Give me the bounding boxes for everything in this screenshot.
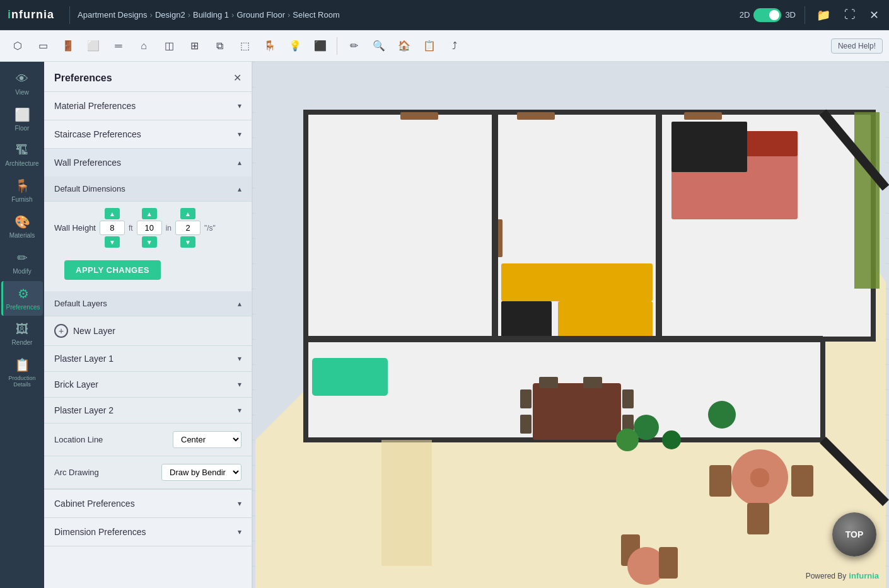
ft-unit-label: ft — [129, 224, 133, 233]
location-line-select[interactable]: Center Interior Exterior Core Center — [173, 431, 241, 448]
svg-rect-14 — [520, 389, 532, 408]
sidenav-label-view: View — [15, 89, 29, 96]
furnish-icon: 🪑 — [15, 178, 30, 193]
sidenav-item-production[interactable]: 📋 Production Details — [1, 352, 43, 393]
frac-input[interactable] — [175, 221, 200, 235]
breadcrumb-item-4[interactable]: Ground Floor — [236, 10, 285, 20]
svg-rect-27 — [791, 465, 813, 497]
section-staircase: Staircase Preferences ▾ — [44, 120, 252, 149]
default-layers-header[interactable]: Default Layers ▴ — [44, 291, 252, 316]
arc-drawing-select[interactable]: Draw by Bendir — [161, 464, 241, 481]
floorplan-svg — [252, 62, 889, 588]
tool-grid[interactable]: ⊞ — [183, 35, 206, 57]
svg-rect-11 — [501, 301, 552, 339]
tool-light[interactable]: 💡 — [284, 35, 306, 57]
help-button[interactable]: Need Help! — [831, 38, 883, 54]
new-layer-plus-icon: + — [54, 324, 68, 338]
sidenav-item-architecture[interactable]: 🏗 Architecture — [1, 138, 43, 172]
ft-down-button[interactable]: ▼ — [105, 236, 120, 248]
svg-point-30 — [662, 430, 681, 449]
in-down-button[interactable]: ▼ — [142, 236, 157, 248]
sidenav-label-materials: Materials — [9, 232, 35, 239]
breadcrumb-item-3[interactable]: Building 1 — [193, 10, 229, 20]
section-staircase-header[interactable]: Staircase Preferences ▾ — [44, 120, 252, 148]
section-cabinet-header[interactable]: Cabinet Preferences ▾ — [44, 490, 252, 517]
section-material-header[interactable]: Material Preferences ▾ — [44, 92, 252, 120]
svg-rect-18 — [539, 377, 558, 388]
layer-brick-chevron: ▾ — [238, 380, 241, 389]
tool-stair[interactable]: ═ — [107, 35, 130, 57]
default-dimensions-label: Default Dimensions — [54, 184, 125, 193]
preferences-title: Preferences — [54, 72, 112, 84]
arc-drawing-row: Arc Drawing Draw by Bendir — [44, 456, 252, 489]
tool-pencil[interactable]: ✏ — [342, 35, 365, 57]
default-dimensions-header[interactable]: Default Dimensions ▴ — [44, 176, 252, 202]
2d3d-toggle[interactable] — [753, 8, 781, 22]
apply-changes-button[interactable]: APPLY CHANGES — [64, 260, 161, 280]
layer-plaster-1[interactable]: Plaster Layer 1 ▾ — [44, 346, 252, 372]
tool-note[interactable]: 📋 — [418, 35, 441, 57]
section-dimension-label: Dimension Preferences — [54, 527, 146, 537]
tool-diagonal[interactable]: ⧉ — [208, 35, 231, 57]
sidenav-item-preferences[interactable]: ⚙ Preferences — [1, 281, 43, 316]
layer-plaster-1-chevron: ▾ — [238, 354, 241, 363]
tool-layers[interactable]: ⬚ — [233, 35, 256, 57]
section-dimension-header[interactable]: Dimension Preferences ▾ — [44, 518, 252, 546]
sidenav-label-render: Render — [12, 339, 33, 346]
in-input[interactable] — [137, 221, 162, 235]
svg-rect-7 — [517, 112, 555, 120]
breadcrumb-item-5[interactable]: Select Room — [293, 10, 339, 20]
powered-by-text: Powered By — [806, 572, 847, 580]
sidenav-item-materials[interactable]: 🎨 Materials — [1, 209, 43, 244]
topbar-divider-2 — [805, 6, 805, 24]
preferences-close-button[interactable]: ✕ — [233, 72, 241, 84]
section-wall-chevron: ▴ — [238, 158, 241, 167]
frac-up-button[interactable]: ▲ — [180, 208, 195, 219]
tool-floor[interactable]: ◫ — [158, 35, 180, 57]
sidenav-item-furnish[interactable]: 🪑 Furnish — [1, 173, 43, 208]
tool-chair[interactable]: 🪑 — [259, 35, 281, 57]
top-view-button[interactable]: TOP — [832, 512, 876, 556]
preferences-panel: Preferences ✕ Material Preferences ▾ Sta… — [44, 62, 252, 588]
in-up-button[interactable]: ▲ — [142, 208, 157, 219]
section-material-chevron: ▾ — [238, 101, 241, 110]
layer-brick[interactable]: Brick Layer ▾ — [44, 372, 252, 398]
ft-input[interactable] — [100, 221, 125, 235]
sidenav-item-view[interactable]: 👁 View — [1, 67, 43, 101]
tool-select[interactable]: ⬡ — [6, 35, 29, 57]
folder-icon[interactable]: 📁 — [814, 6, 833, 25]
svg-rect-25 — [750, 468, 769, 487]
new-layer-label: New Layer — [73, 326, 115, 336]
layer-plaster-2[interactable]: Plaster Layer 2 ▾ — [44, 398, 252, 424]
default-layers-chevron: ▴ — [238, 299, 241, 308]
canvas-area[interactable]: TOP Powered By infurnia — [252, 62, 889, 588]
tool-stack[interactable]: ⬛ — [309, 35, 332, 57]
section-cabinet-chevron: ▾ — [238, 499, 241, 508]
sidenav-item-floor[interactable]: ⬜ Floor — [1, 102, 43, 137]
fullscreen-icon[interactable]: ⛶ — [842, 6, 858, 24]
svg-rect-16 — [622, 389, 634, 408]
tool-share[interactable]: ⤴ — [443, 35, 466, 57]
breadcrumb: Apartment Designs › Design2 › Building 1… — [78, 10, 340, 20]
new-layer-button[interactable]: + New Layer — [44, 316, 252, 346]
breadcrumb-item-1[interactable]: Apartment Designs — [78, 10, 148, 20]
tool-home[interactable]: 🏠 — [393, 35, 415, 57]
tool-door[interactable]: 🚪 — [57, 35, 79, 57]
tool-window[interactable]: ⬜ — [82, 35, 105, 57]
ft-up-button[interactable]: ▲ — [105, 208, 120, 219]
section-wall: Wall Preferences ▴ Default Dimensions ▴ … — [44, 149, 252, 490]
svg-rect-19 — [583, 377, 602, 388]
tool-wall[interactable]: ▭ — [32, 35, 54, 57]
svg-rect-35 — [659, 547, 678, 579]
section-wall-header[interactable]: Wall Preferences ▴ — [44, 149, 252, 176]
tool-roof[interactable]: ⌂ — [132, 35, 155, 57]
sidenav-item-render[interactable]: 🖼 Render — [1, 317, 43, 351]
breadcrumb-item-2[interactable]: Design2 — [155, 10, 185, 20]
close-icon[interactable]: ✕ — [867, 6, 881, 25]
sidenav-item-modify[interactable]: ✏ Modify — [1, 245, 43, 280]
main-layout: 👁 View ⬜ Floor 🏗 Architecture 🪑 Furnish … — [0, 62, 889, 588]
frac-down-button[interactable]: ▼ — [180, 236, 195, 248]
ft-spinner: ▲ ▼ — [100, 208, 125, 248]
location-line-row: Location Line Center Interior Exterior C… — [44, 424, 252, 456]
tool-search[interactable]: 🔍 — [368, 35, 390, 57]
